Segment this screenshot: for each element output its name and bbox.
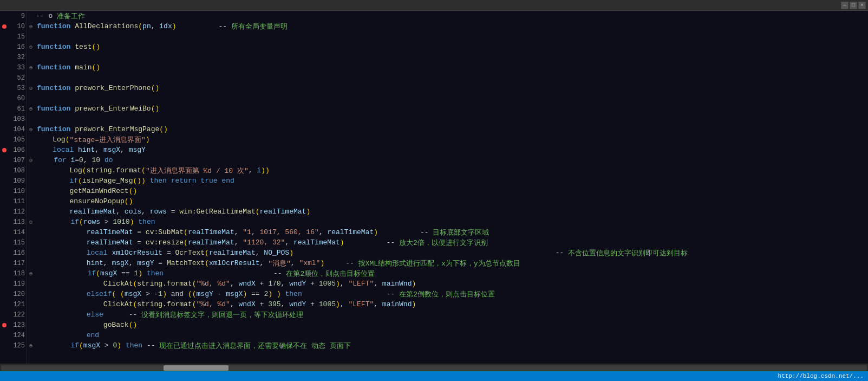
token-kw: then	[126, 341, 142, 350]
gutter-row: 123	[0, 320, 27, 330]
token-paren: )	[374, 228, 378, 236]
token-plain	[272, 290, 277, 298]
token-plain	[121, 341, 126, 350]
token-plain: ,	[249, 166, 257, 175]
fold-icon[interactable]: ⊖	[29, 106, 36, 112]
token-plain	[70, 125, 75, 133]
token-method: string.format	[87, 166, 141, 175]
code-line	[29, 93, 868, 104]
code-content[interactable]: -- o 准备工作⊖function AllDeclarations(pn, i…	[27, 11, 868, 364]
fold-icon[interactable]: ⊖	[29, 85, 36, 92]
token-plain	[67, 156, 71, 164]
token-var: realTimeMat	[188, 228, 234, 236]
fold-icon[interactable]: ⊖	[29, 343, 36, 349]
code-line: -- o 准备工作	[29, 11, 868, 21]
scrollbar-track[interactable]	[1, 365, 867, 371]
token-var: idx	[159, 22, 172, 30]
token-var: msgX	[112, 259, 128, 267]
token-fn: prework_EnterMsgPage	[75, 125, 159, 133]
token-str: "LEFT"	[348, 300, 374, 308]
token-plain: >	[100, 218, 113, 226]
fold-icon[interactable]: ⊖	[29, 126, 36, 133]
token-plain: ,	[83, 156, 92, 164]
token-var: xmlOcrResult	[209, 259, 260, 267]
token-plain	[142, 269, 147, 277]
token-plain: --	[344, 238, 399, 247]
token-fn: Log	[53, 135, 65, 144]
token-paren: ()	[92, 43, 100, 51]
line-number: 15	[8, 33, 25, 41]
token-plain	[116, 290, 120, 298]
scrollbar-bottom[interactable]	[0, 364, 868, 371]
token-paren: )	[289, 249, 293, 257]
token-paren: (	[184, 228, 188, 236]
token-fn: MatchText	[167, 259, 205, 267]
scrollbar-thumb[interactable]	[164, 365, 229, 371]
token-plain: -	[213, 290, 226, 298]
fold-icon[interactable]: ⊖	[29, 23, 36, 30]
token-kw: end	[87, 331, 99, 339]
token-paren: )	[320, 259, 324, 267]
line-number: 107	[8, 157, 25, 164]
token-plain	[108, 249, 112, 257]
token-paren: ()	[151, 84, 160, 92]
token-str: "1, 1017, 560, 16"	[243, 228, 318, 236]
token-blue-fn: function	[37, 43, 70, 51]
token-paren: (	[138, 22, 142, 30]
token-fn: test	[75, 43, 92, 51]
token-kw: if	[70, 341, 79, 350]
gutter-row: 111	[0, 196, 27, 206]
token-plain	[70, 84, 75, 92]
code-line: ⊖function prework_EnterPhone()	[29, 83, 868, 93]
token-method: win:GetRealtimeMat	[179, 208, 255, 216]
gutter-row: 104	[0, 124, 27, 134]
gutter-row: 53	[0, 83, 27, 93]
token-var: wndY	[289, 300, 306, 308]
fold-icon[interactable]: ⊖	[29, 157, 36, 164]
indent	[37, 269, 88, 277]
token-paren: )	[336, 300, 340, 308]
code-line: ClickAt(string.format("%d, %d", wndX + 3…	[29, 299, 868, 309]
indent	[36, 300, 103, 308]
token-var: wndX	[239, 300, 256, 308]
fold-icon[interactable]: ⊖	[29, 270, 36, 277]
gutter-row: 118	[0, 268, 27, 279]
token-kw: then	[138, 218, 155, 226]
gutter-row: 117	[0, 258, 27, 268]
line-number: 33	[8, 64, 25, 72]
fold-icon[interactable]: ⊖	[29, 44, 36, 50]
token-blue-fn: function	[37, 84, 70, 92]
fold-icon[interactable]: ⊖	[29, 64, 36, 71]
token-plain: =	[75, 156, 79, 164]
gutter-row: 16	[0, 42, 27, 52]
token-var: rows	[150, 208, 167, 216]
indent	[36, 177, 69, 185]
code-line: Log("stage=进入消息界面")	[29, 134, 868, 145]
token-plain: > -	[141, 290, 158, 298]
token-plain	[146, 177, 150, 185]
token-paren: ()	[92, 63, 100, 72]
token-plain: ,	[234, 228, 243, 236]
token-paren: (	[66, 135, 70, 144]
token-cm-cn: 不含位置信息的文字识别即可达到目标	[568, 248, 688, 258]
token-plain: ,	[151, 22, 160, 30]
code-line: ensureNoPopup()	[29, 196, 868, 206]
token-cm-cn: 在第2倒数位，则点击目标位置	[399, 289, 495, 299]
line-number: 115	[8, 239, 25, 247]
line-number: 9	[8, 12, 25, 20]
fold-icon[interactable]: ⊖	[29, 219, 36, 225]
code-line: elseif( (msgX > -1) and ((msgY - msgX) =…	[29, 289, 868, 299]
token-plain: --	[302, 290, 399, 298]
token-var: wndX	[239, 280, 256, 288]
code-line	[29, 31, 868, 42]
maximize-button[interactable]: □	[850, 2, 857, 9]
token-fn: isInPage_Msg	[82, 177, 133, 185]
minimize-button[interactable]: ─	[841, 2, 849, 9]
editor: ─ □ × 9101516323352536061103104105106107…	[0, 0, 868, 381]
token-fn: getMainWndRect	[69, 187, 128, 195]
line-number: 117	[8, 260, 25, 267]
close-button[interactable]: ×	[858, 2, 866, 9]
line-number: 108	[8, 167, 25, 175]
gutter-row: 61	[0, 104, 27, 114]
token-num: 1005	[319, 300, 336, 308]
